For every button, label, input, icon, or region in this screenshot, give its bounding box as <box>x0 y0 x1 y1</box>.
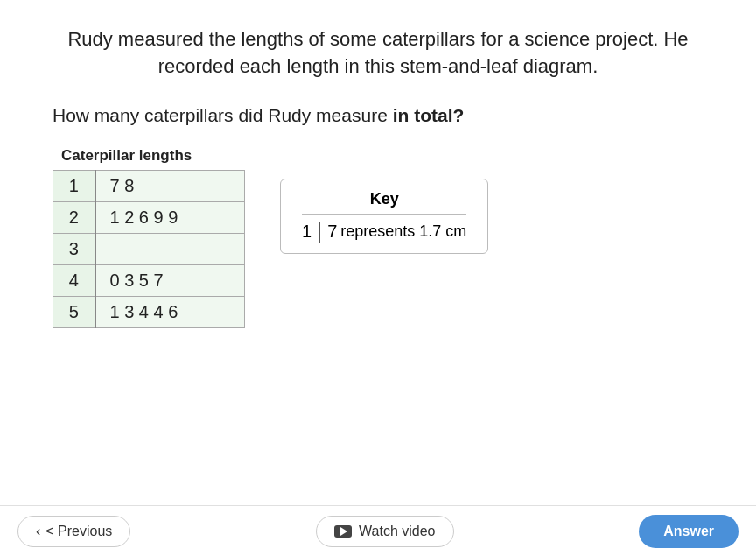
bottom-bar: ‹ < Previous Watch video Answer <box>0 505 756 556</box>
key-leaf: 7 <box>327 222 337 242</box>
key-content: 1 7 represents 1.7 cm <box>302 222 466 243</box>
answer-button[interactable]: Answer <box>639 515 738 548</box>
key-separator-icon <box>318 222 320 243</box>
previous-button[interactable]: ‹ < Previous <box>18 516 130 547</box>
table-row: 3 <box>53 233 245 264</box>
table-row: 4 0 3 5 7 <box>53 264 245 296</box>
chevron-left-icon: ‹ <box>36 524 40 539</box>
answer-label: Answer <box>663 524 714 538</box>
table-row: 1 7 8 <box>53 170 245 201</box>
stem-leaf-diagram: Caterpillar lengths 1 7 8 2 1 2 6 9 9 3 <box>52 147 245 328</box>
key-title: Key <box>302 190 466 215</box>
stem-cell: 2 <box>53 201 95 233</box>
leaves-cell: 1 2 6 9 9 <box>95 201 245 233</box>
leaves-cell: 7 8 <box>95 170 245 201</box>
watch-video-label: Watch video <box>359 524 435 539</box>
leaves-cell <box>95 233 245 264</box>
key-box: Key 1 7 represents 1.7 cm <box>280 179 488 254</box>
diagram-area: Caterpillar lengths 1 7 8 2 1 2 6 9 9 3 <box>52 147 704 328</box>
previous-label: < Previous <box>46 524 112 539</box>
fade-overlay <box>0 479 756 505</box>
watch-video-button[interactable]: Watch video <box>316 516 453 547</box>
video-play-icon <box>334 525 352 538</box>
leaves-cell: 0 3 5 7 <box>95 264 245 296</box>
stem-cell: 5 <box>53 296 95 327</box>
leaves-cell: 1 3 4 4 6 <box>95 296 245 327</box>
key-description: represents 1.7 cm <box>340 222 466 241</box>
table-row: 5 1 3 4 4 6 <box>53 296 245 327</box>
diagram-title: Caterpillar lengths <box>61 147 245 165</box>
stem-cell: 3 <box>53 233 95 264</box>
question-text: How many caterpillars did Rudy measure i… <box>52 105 704 126</box>
intro-text: Rudy measured the lengths of some caterp… <box>52 26 704 81</box>
question-main: How many caterpillars did Rudy measure <box>52 105 393 125</box>
question-bold: in total? <box>393 105 465 125</box>
stem-cell: 1 <box>53 170 95 201</box>
table-row: 2 1 2 6 9 9 <box>53 201 245 233</box>
stem-leaf-table: 1 7 8 2 1 2 6 9 9 3 4 0 3 5 7 <box>52 170 245 328</box>
key-stem: 1 <box>302 222 312 242</box>
stem-cell: 4 <box>53 264 95 296</box>
